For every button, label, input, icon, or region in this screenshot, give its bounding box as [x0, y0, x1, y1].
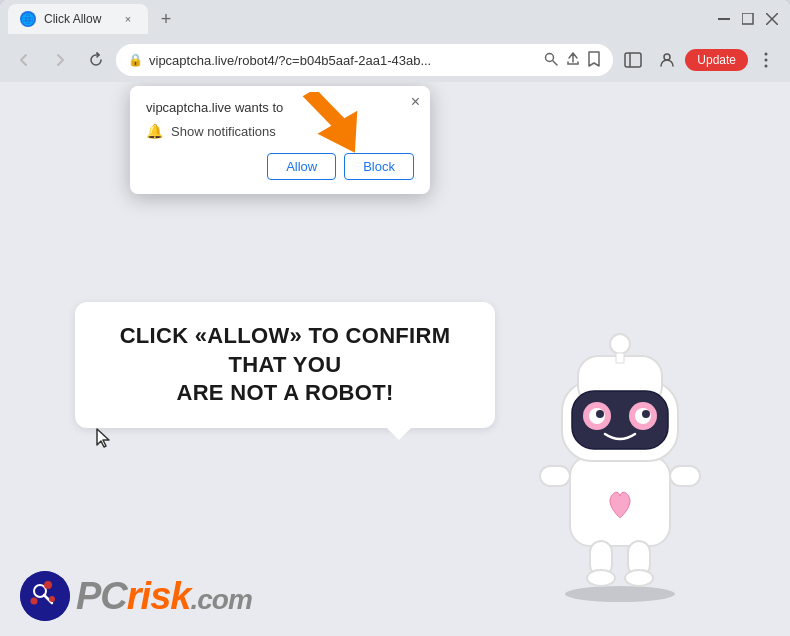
window-controls	[714, 9, 782, 29]
active-tab[interactable]: 🌐 Click Allow ×	[8, 4, 148, 34]
popup-notification-row: 🔔 Show notifications	[146, 123, 414, 139]
svg-point-37	[44, 581, 52, 589]
update-button[interactable]: Update	[685, 49, 748, 71]
svg-point-33	[642, 410, 650, 418]
pcrisk-risk: risk	[127, 575, 191, 617]
svg-rect-1	[742, 13, 753, 24]
svg-point-39	[31, 598, 38, 605]
svg-point-20	[587, 570, 615, 586]
popup-buttons: Allow Block	[146, 153, 414, 180]
tab-favicon: 🌐	[20, 11, 36, 27]
pcrisk-domain: .com	[190, 584, 251, 615]
share-icon[interactable]	[565, 51, 581, 70]
nav-bar: 🔒 vipcaptcha.live/robot4/?c=b04b5aaf-2aa…	[0, 38, 790, 82]
close-button[interactable]	[762, 9, 782, 29]
tab-bar: 🌐 Click Allow × +	[8, 4, 710, 34]
pcrisk-logo: PCrisk.com	[20, 571, 252, 621]
svg-point-14	[565, 586, 675, 602]
title-bar: 🌐 Click Allow × +	[0, 0, 790, 38]
new-tab-button[interactable]: +	[152, 5, 180, 33]
notification-popup: × vipcaptcha.live wants to 🔔 Show notifi…	[130, 86, 430, 194]
toolbar-icons: Update	[617, 44, 782, 76]
forward-button[interactable]	[44, 44, 76, 76]
url-text: vipcaptcha.live/robot4/?c=b04b5aaf-2aa1-…	[149, 53, 537, 68]
lock-icon: 🔒	[128, 53, 143, 67]
speech-bubble: CLICK «ALLOW» TO CONFIRM THAT YOU ARE NO…	[75, 302, 495, 428]
page-content: × vipcaptcha.live wants to 🔔 Show notifi…	[0, 82, 790, 636]
svg-point-4	[546, 53, 554, 61]
bookmark-icon[interactable]	[587, 51, 601, 70]
sidebar-toggle-button[interactable]	[617, 44, 649, 76]
svg-point-32	[596, 410, 604, 418]
mouse-cursor	[95, 427, 115, 456]
svg-point-21	[625, 570, 653, 586]
reload-button[interactable]	[80, 44, 112, 76]
tab-close-button[interactable]: ×	[120, 11, 136, 27]
notification-label: Show notifications	[171, 124, 276, 139]
search-icon[interactable]	[543, 51, 559, 70]
browser-window: 🌐 Click Allow × +	[0, 0, 790, 636]
popup-close-button[interactable]: ×	[411, 94, 420, 110]
svg-point-8	[664, 54, 670, 60]
svg-rect-6	[625, 53, 641, 67]
pcrisk-icon	[20, 571, 70, 621]
bell-icon: 🔔	[146, 123, 163, 139]
svg-rect-26	[616, 353, 624, 363]
svg-rect-0	[718, 18, 730, 20]
svg-marker-13	[297, 92, 372, 164]
svg-point-25	[610, 334, 630, 354]
maximize-button[interactable]	[738, 9, 758, 29]
svg-point-9	[765, 53, 768, 56]
pcrisk-pc: PC	[76, 575, 127, 617]
bubble-text: CLICK «ALLOW» TO CONFIRM THAT YOU ARE NO…	[105, 322, 465, 408]
pcrisk-text: PCrisk.com	[76, 575, 252, 618]
address-bar[interactable]: 🔒 vipcaptcha.live/robot4/?c=b04b5aaf-2aa…	[116, 44, 613, 76]
svg-rect-17	[670, 466, 700, 486]
menu-button[interactable]	[750, 44, 782, 76]
robot-character	[510, 326, 730, 606]
svg-rect-16	[540, 466, 570, 486]
svg-point-11	[765, 65, 768, 68]
back-button[interactable]	[8, 44, 40, 76]
arrow-indicator	[292, 92, 372, 186]
svg-line-5	[553, 61, 557, 65]
popup-title: vipcaptcha.live wants to	[146, 100, 414, 115]
address-bar-icons	[543, 51, 601, 70]
svg-point-10	[765, 59, 768, 62]
tab-title: Click Allow	[44, 12, 112, 26]
minimize-button[interactable]	[714, 9, 734, 29]
svg-point-38	[49, 596, 55, 602]
profile-button[interactable]	[651, 44, 683, 76]
